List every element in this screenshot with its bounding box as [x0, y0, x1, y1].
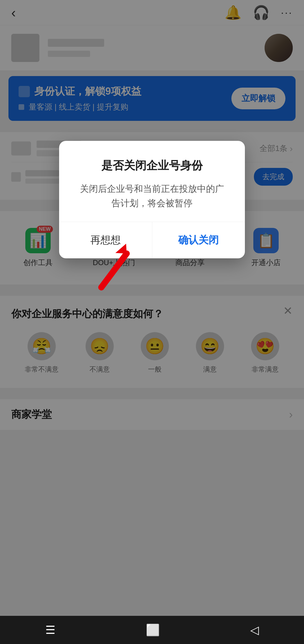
confirm-close-button[interactable]: 确认关闭 [152, 222, 245, 258]
modal-title: 是否关闭企业号身份 [76, 158, 228, 173]
back-nav-icon[interactable]: ◁ [250, 623, 259, 636]
menu-icon[interactable]: ☰ [45, 623, 55, 636]
bottom-nav: ☰ ⬜ ◁ [0, 616, 304, 644]
modal-overlay: 是否关闭企业号身份 关闭后企业号和当前正在投放中的广告计划，将会被暂停 再想想 … [0, 0, 304, 616]
home-icon[interactable]: ⬜ [146, 623, 160, 637]
modal-actions: 再想想 确认关闭 [59, 222, 245, 258]
confirmation-modal: 是否关闭企业号身份 关闭后企业号和当前正在投放中的广告计划，将会被暂停 再想想 … [59, 141, 245, 258]
cancel-button[interactable]: 再想想 [59, 222, 152, 258]
modal-description: 关闭后企业号和当前正在投放中的广告计划，将会被暂停 [76, 182, 228, 210]
modal-body: 是否关闭企业号身份 关闭后企业号和当前正在投放中的广告计划，将会被暂停 [59, 141, 245, 222]
